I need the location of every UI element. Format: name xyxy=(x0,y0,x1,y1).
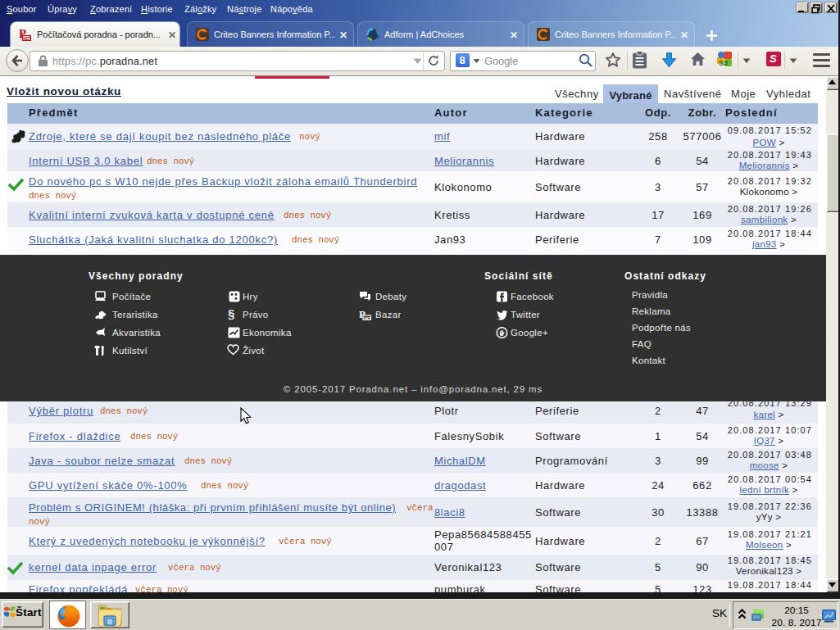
svg-text:S3: S3 xyxy=(719,59,728,67)
svg-text:NET: NET xyxy=(24,37,31,41)
svg-text:NET: NET xyxy=(364,316,371,320)
